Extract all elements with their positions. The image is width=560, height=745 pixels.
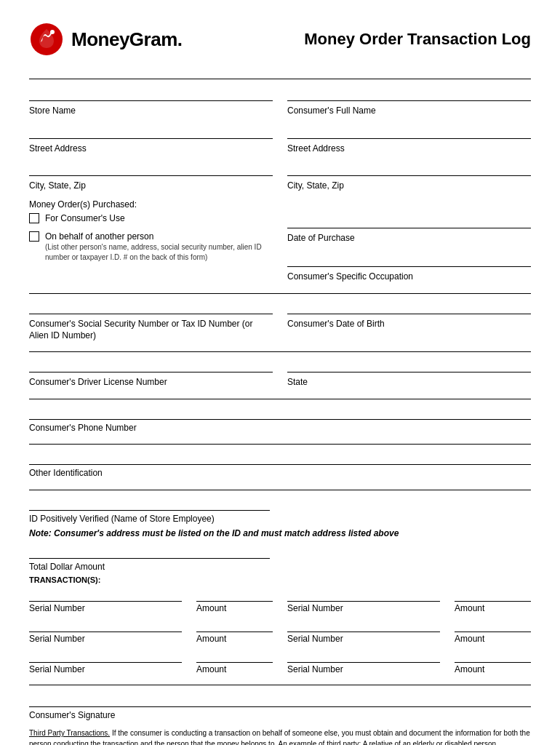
signature-line bbox=[29, 693, 531, 707]
divider-sig bbox=[29, 685, 531, 685]
trans1-serial-left: Serial Number bbox=[29, 589, 182, 613]
id-verified-field: ID Positively Verified (Name of Store Em… bbox=[29, 496, 270, 525]
trans1-serial-right: Serial Number bbox=[287, 589, 440, 613]
row-street-address: Street Address Street Address bbox=[29, 124, 531, 155]
other-id-line bbox=[29, 450, 531, 465]
signature-label: Consumer's Signature bbox=[29, 710, 531, 720]
store-street-line bbox=[29, 124, 273, 139]
left-checkboxes: Money Order(s) Purchased: For Consumer's… bbox=[29, 199, 273, 283]
trans2-serial-left-line bbox=[29, 619, 182, 632]
trans1-serial-right-line bbox=[287, 589, 440, 602]
transaction-row-3: Serial Number Amount Serial Number Amoun… bbox=[29, 650, 531, 674]
trans3-serial-left: Serial Number bbox=[29, 650, 182, 674]
trans3-amount-left-line bbox=[196, 650, 273, 663]
on-behalf-checkbox[interactable] bbox=[29, 231, 39, 242]
consumer-street-label: Street Address bbox=[287, 142, 531, 155]
specific-occupation-line bbox=[287, 252, 531, 267]
id-verified-label: ID Positively Verified (Name of Store Em… bbox=[29, 512, 270, 525]
trans2-serial-left: Serial Number bbox=[29, 619, 182, 644]
ssn-field: Consumer's Social Security Number or Tax… bbox=[29, 300, 273, 341]
footer-text: Third Party Transactions. If the consume… bbox=[29, 728, 531, 745]
transactions-section-label: TRANSACTION(S): bbox=[29, 575, 531, 584]
trans1-amount-right-label: Amount bbox=[455, 603, 531, 613]
divider-5 bbox=[29, 490, 531, 490]
trans2-serial-right-line bbox=[287, 619, 440, 632]
dob-field: Consumer's Date of Birth bbox=[287, 300, 531, 341]
trans2-amount-left: Amount bbox=[196, 619, 273, 644]
trans1-amount-right-line bbox=[455, 589, 531, 602]
divider-1 bbox=[29, 293, 531, 294]
trans1-serial-right-label: Serial Number bbox=[287, 603, 440, 613]
store-name-line bbox=[29, 87, 273, 101]
trans2-serial-left-label: Serial Number bbox=[29, 634, 182, 644]
logo: MoneyGram. bbox=[29, 22, 183, 57]
on-behalf-text: On behalf of another person (List other … bbox=[45, 231, 273, 263]
trans1-amount-left: Amount bbox=[196, 589, 273, 613]
store-street-address-field: Street Address bbox=[29, 124, 273, 155]
trans3-amount-right-line bbox=[455, 650, 531, 663]
trans1-amount-left-label: Amount bbox=[196, 603, 273, 613]
consumer-street-address-field: Street Address bbox=[287, 124, 531, 155]
store-city-label: City, State, Zip bbox=[29, 179, 273, 192]
driver-license-label: Consumer's Driver License Number bbox=[29, 375, 273, 389]
consumer-city-line bbox=[287, 162, 531, 176]
trans1-amount-left-line bbox=[196, 589, 273, 602]
on-behalf-main-label: On behalf of another person bbox=[45, 231, 273, 243]
trans2-serial-right: Serial Number bbox=[287, 619, 440, 644]
dob-line bbox=[287, 300, 531, 314]
consumer-full-name-label: Consumer's Full Name bbox=[287, 104, 531, 117]
consumer-street-line bbox=[287, 124, 531, 139]
driver-license-line bbox=[29, 358, 273, 372]
trans3-serial-left-line bbox=[29, 650, 182, 663]
row-store-consumer-name: Store Name Consumer's Full Name bbox=[29, 87, 531, 117]
divider-4 bbox=[29, 444, 531, 445]
trans3-serial-right-label: Serial Number bbox=[287, 664, 440, 674]
for-consumer-checkbox[interactable] bbox=[29, 213, 39, 223]
driver-license-field: Consumer's Driver License Number bbox=[29, 358, 273, 389]
consumer-full-name-line bbox=[287, 87, 531, 101]
ssn-line bbox=[29, 300, 273, 314]
consumer-full-name-field: Consumer's Full Name bbox=[287, 87, 531, 117]
for-consumer-label: For Consumer's Use bbox=[45, 213, 125, 223]
store-name-label: Store Name bbox=[29, 104, 273, 117]
divider-2 bbox=[29, 351, 531, 352]
store-city-state-zip-field: City, State, Zip bbox=[29, 162, 273, 192]
trans3-amount-left-label: Amount bbox=[196, 664, 273, 674]
money-orders-section: Money Order(s) Purchased: For Consumer's… bbox=[29, 199, 531, 283]
state-line bbox=[287, 358, 531, 372]
trans2-amount-left-label: Amount bbox=[196, 634, 273, 644]
dob-label: Consumer's Date of Birth bbox=[287, 317, 531, 330]
for-consumer-checkbox-row: For Consumer's Use bbox=[29, 212, 273, 225]
phone-label: Consumer's Phone Number bbox=[29, 421, 531, 434]
row-ssn-dob: Consumer's Social Security Number or Tax… bbox=[29, 300, 531, 341]
header: MoneyGram. Money Order Transaction Log bbox=[29, 22, 531, 57]
trans3-amount-right-label: Amount bbox=[455, 664, 531, 674]
transaction-row-2: Serial Number Amount Serial Number Amoun… bbox=[29, 619, 531, 644]
on-behalf-sub-label: (List other person's name, address, soci… bbox=[45, 242, 273, 263]
total-dollar-label: Total Dollar Amount bbox=[29, 560, 270, 573]
trans3-serial-right: Serial Number bbox=[287, 650, 440, 674]
trans2-amount-right-line bbox=[455, 619, 531, 632]
verification-note: Note: Consumer's address must be listed … bbox=[29, 528, 531, 538]
row-city-state-zip: City, State, Zip City, State, Zip bbox=[29, 162, 531, 192]
trans1-serial-left-label: Serial Number bbox=[29, 603, 182, 613]
store-name-field: Store Name bbox=[29, 87, 273, 117]
transactions-container: Serial Number Amount Serial Number Amoun… bbox=[29, 589, 531, 674]
trans3-serial-left-label: Serial Number bbox=[29, 664, 182, 674]
trans2-amount-right: Amount bbox=[455, 619, 531, 644]
phone-field: Consumer's Phone Number bbox=[29, 405, 531, 434]
date-of-purchase-field: Date of Purchase bbox=[287, 214, 531, 244]
other-id-label: Other Identification bbox=[29, 466, 531, 479]
page-title: Money Order Transaction Log bbox=[304, 30, 531, 49]
store-street-label: Street Address bbox=[29, 142, 273, 155]
moneygram-logo-icon bbox=[29, 22, 64, 57]
on-behalf-checkbox-row: On behalf of another person (List other … bbox=[29, 231, 273, 263]
trans3-amount-right: Amount bbox=[455, 650, 531, 674]
trans2-amount-right-label: Amount bbox=[455, 634, 531, 644]
for-consumer-text: For Consumer's Use bbox=[45, 212, 125, 225]
signature-section: Consumer's Signature bbox=[29, 693, 531, 720]
right-fields: Date of Purchase Consumer's Specific Occ… bbox=[287, 199, 531, 283]
ssn-label: Consumer's Social Security Number or Tax… bbox=[29, 317, 273, 341]
phone-line bbox=[29, 405, 531, 420]
form-body: Store Name Consumer's Full Name Street A… bbox=[29, 79, 531, 745]
